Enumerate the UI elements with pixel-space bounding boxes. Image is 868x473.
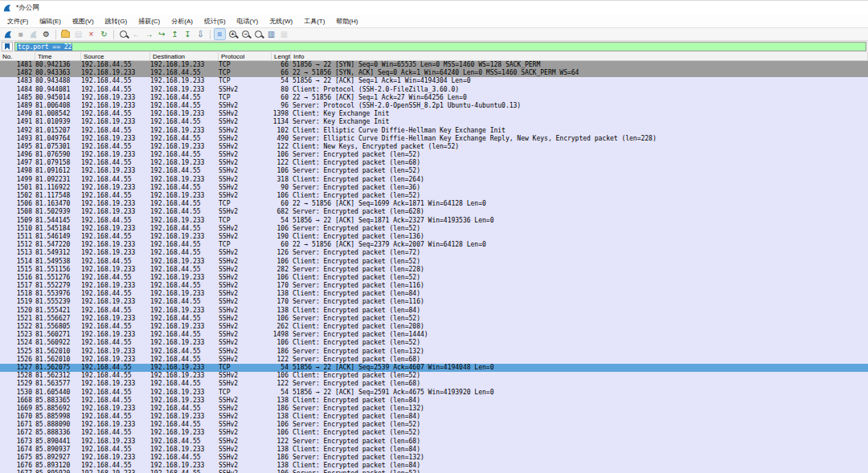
packet-row[interactable]: 152281.556805192.168.44.55192.168.19.233… [0, 323, 868, 331]
packet-list[interactable]: 148180.942136192.168.44.55192.168.19.233… [0, 61, 868, 473]
packet-row[interactable]: 150181.116922192.168.19.233192.168.44.55… [0, 184, 868, 192]
menu-item-0[interactable]: 文件(F) [2, 15, 34, 27]
column-source[interactable]: Source [81, 52, 150, 60]
packet-row[interactable]: 149081.008542192.168.44.55192.168.19.233… [0, 110, 868, 118]
resize-columns-icon[interactable]: ▥ [265, 28, 277, 40]
packet-row[interactable]: 149381.049764192.168.19.233192.168.44.55… [0, 135, 868, 143]
column-destination[interactable]: Destination [150, 52, 219, 60]
go-forward-icon[interactable]: → [143, 28, 155, 40]
menu-item-7[interactable]: 电话(Y) [231, 15, 264, 27]
packet-row[interactable]: 152181.556627192.168.19.233192.168.44.55… [0, 315, 868, 323]
packet-row[interactable]: 167285.888336192.168.44.55192.168.19.233… [0, 429, 868, 437]
packet-row[interactable]: 167685.893120192.168.44.55192.168.19.233… [0, 462, 868, 470]
packet-row[interactable]: 167085.885998192.168.44.55192.168.19.233… [0, 413, 868, 421]
start-capture-icon[interactable] [2, 28, 14, 40]
cell-length: 66 [272, 61, 291, 69]
menu-item-4[interactable]: 捕获(C) [133, 15, 166, 27]
menu-item-6[interactable]: 统计(S) [199, 15, 231, 27]
packet-row[interactable]: 151981.555239192.168.19.233192.168.44.55… [0, 298, 868, 306]
packet-row[interactable]: 152481.560922192.168.44.55192.168.19.233… [0, 339, 868, 347]
packet-row[interactable]: 150681.163470192.168.19.233192.168.44.55… [0, 200, 868, 208]
toolbar-separator [113, 30, 114, 39]
go-last-icon[interactable]: ↧ [182, 28, 194, 40]
zoom-in-icon[interactable]: + [227, 28, 239, 40]
packet-row[interactable]: 148480.944081192.168.44.55192.168.19.233… [0, 86, 868, 94]
packet-row[interactable]: 149681.076590192.168.19.233192.168.44.55… [0, 151, 868, 159]
menu-item-3[interactable]: 跳转(G) [100, 15, 133, 27]
menu-item-2[interactable]: 视图(V) [67, 15, 100, 27]
column-length[interactable]: Lengt [272, 52, 291, 60]
packet-row-selected[interactable]: 152781.562075192.168.44.55192.168.19.233… [0, 364, 868, 372]
cell-protocol: SSHv2 [219, 282, 272, 290]
packet-row[interactable]: 167185.888090192.168.19.233192.168.44.55… [0, 421, 868, 429]
packet-row[interactable]: 151281.547220192.168.19.233192.168.44.55… [0, 241, 868, 249]
cell-info: Server: Encrypted packet (len=52) [291, 151, 868, 159]
packet-row[interactable]: 152381.560271192.168.19.233192.168.44.55… [0, 331, 868, 339]
menu-item-8[interactable]: 无线(W) [264, 15, 298, 27]
packet-row[interactable]: 148580.945014192.168.19.233192.168.44.55… [0, 94, 868, 102]
menu-item-1[interactable]: 编辑(E) [34, 15, 67, 27]
filter-bookmark-button[interactable] [2, 42, 13, 51]
packet-row[interactable]: 152081.555421192.168.44.55192.168.19.233… [0, 307, 868, 315]
packet-row[interactable]: 150981.544145192.168.44.55192.168.19.233… [0, 217, 868, 225]
packet-row[interactable]: 167485.890937192.168.44.55192.168.19.233… [0, 446, 868, 454]
packet-row[interactable]: 151881.553976192.168.44.55192.168.19.233… [0, 290, 868, 298]
cell-destination: 192.168.19.233 [150, 61, 219, 69]
display-filter-input[interactable]: tcp.port == 22 [14, 42, 866, 51]
menu-item-9[interactable]: 工具(T) [298, 15, 330, 27]
auto-scroll-icon[interactable]: ⇩ [194, 28, 207, 40]
colorize-icon[interactable]: ≡ [214, 28, 226, 40]
column-info[interactable]: Info [291, 52, 868, 60]
close-file-icon[interactable]: × [85, 28, 97, 40]
packet-row[interactable]: 152581.562010192.168.19.233192.168.44.55… [0, 348, 868, 356]
packet-row[interactable]: 151081.545184192.168.19.233192.168.44.55… [0, 225, 868, 233]
packet-row[interactable]: 151781.552279192.168.19.233192.168.44.55… [0, 282, 868, 290]
packet-row[interactable]: 152981.563577192.168.19.233192.168.44.55… [0, 380, 868, 388]
packet-row[interactable]: 151181.546149192.168.44.55192.168.19.233… [0, 233, 868, 241]
packet-row[interactable]: 149781.079158192.168.44.55192.168.19.233… [0, 159, 868, 167]
capture-options-icon[interactable]: ⚙ [40, 28, 52, 40]
packet-row[interactable]: 167585.892927192.168.19.233192.168.44.55… [0, 454, 868, 462]
open-file-icon[interactable] [59, 28, 72, 40]
packet-row[interactable]: 153081.605440192.168.44.55192.168.19.233… [0, 389, 868, 397]
packet-row[interactable]: 148180.942136192.168.44.55192.168.19.233… [0, 61, 868, 69]
packet-row[interactable]: 149981.092231192.168.44.55192.168.19.233… [0, 176, 868, 184]
go-to-packet-icon[interactable]: ↪ [156, 28, 168, 40]
cell-time: 85.890441 [35, 438, 81, 446]
cell-info: Server: Encrypted packet (len=132) [291, 454, 868, 462]
packet-row[interactable]: 148981.006408192.168.19.233192.168.44.55… [0, 102, 868, 110]
zoom-out-icon[interactable]: − [240, 28, 252, 40]
packet-row[interactable]: 149181.010939192.168.19.233192.168.44.55… [0, 118, 868, 126]
packet-row[interactable]: 151681.551276192.168.44.55192.168.19.233… [0, 274, 868, 282]
packet-row[interactable]: 149281.015207192.168.44.55192.168.19.233… [0, 127, 868, 135]
packet-row[interactable]: 152881.562312192.168.44.55192.168.19.233… [0, 372, 868, 380]
packet-row[interactable]: 166985.885692192.168.19.233192.168.44.55… [0, 405, 868, 413]
packet-row[interactable]: 151581.551156192.168.19.233192.168.44.55… [0, 266, 868, 274]
menu-item-10[interactable]: 帮助(H) [330, 15, 363, 27]
packet-list-header: No.TimeSourceDestinationProtocolLengtInf… [0, 52, 868, 61]
cell-source: 192.168.19.233 [81, 315, 150, 323]
cell-length: 1134 [272, 118, 291, 126]
packet-row[interactable]: 149881.091612192.168.19.233192.168.44.55… [0, 167, 868, 175]
packet-row[interactable]: 166885.883365192.168.44.55192.168.19.233… [0, 397, 868, 405]
packet-row[interactable]: 151481.549538192.168.44.55192.168.19.233… [0, 258, 868, 266]
packet-row[interactable]: 152681.562010192.168.19.233192.168.44.55… [0, 356, 868, 364]
packet-row[interactable]: 150281.117548192.168.44.55192.168.19.233… [0, 192, 868, 200]
packet-row[interactable]: 167385.890441192.168.19.233192.168.44.55… [0, 438, 868, 446]
cell-no: 1501 [0, 184, 35, 192]
packet-row[interactable]: 149581.075301192.168.44.55192.168.19.233… [0, 143, 868, 151]
cell-protocol: SSHv2 [219, 429, 272, 437]
zoom-reset-icon[interactable] [252, 28, 264, 40]
menu-item-5[interactable]: 分析(A) [166, 15, 199, 27]
packet-row[interactable]: 148380.943488192.168.44.55192.168.19.233… [0, 77, 868, 85]
packet-row[interactable]: 148280.943363192.168.19.233192.168.44.55… [0, 69, 868, 77]
find-packet-icon[interactable] [117, 28, 129, 40]
column-time[interactable]: Time [35, 52, 81, 60]
packet-row[interactable]: 167785.895920192.168.19.233192.168.44.55… [0, 470, 868, 473]
column-protocol[interactable]: Protocol [219, 52, 272, 60]
column-no[interactable]: No. [0, 52, 35, 60]
packet-row[interactable]: 151381.549312192.168.19.233192.168.44.55… [0, 249, 868, 257]
packet-row[interactable]: 150881.502939192.168.19.233192.168.44.55… [0, 208, 868, 216]
go-first-icon[interactable]: ↥ [169, 28, 181, 40]
reload-icon[interactable]: ↻ [98, 28, 110, 40]
